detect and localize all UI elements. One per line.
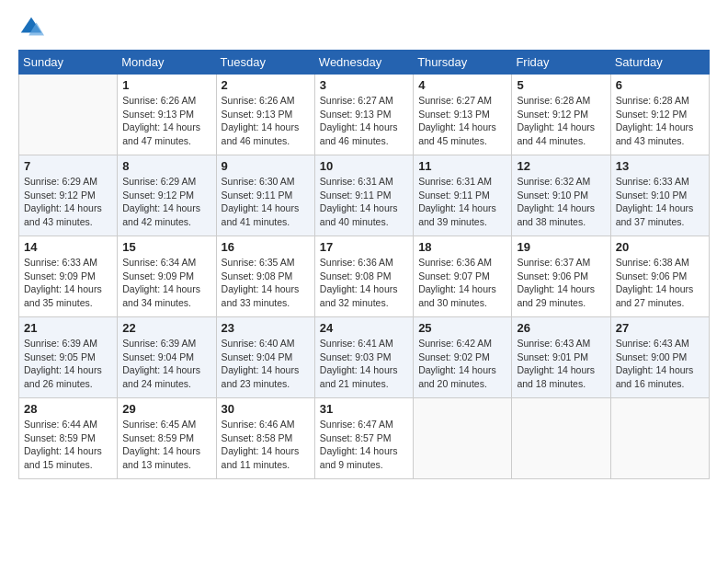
calendar-cell: 11Sunrise: 6:31 AMSunset: 9:11 PMDayligh… [414,155,512,236]
day-number: 22 [122,321,210,335]
day-info: Sunrise: 6:27 AMSunset: 9:13 PMDaylight:… [418,94,506,148]
day-number: 14 [24,240,112,254]
col-header-friday: Friday [512,51,610,75]
day-info: Sunrise: 6:29 AMSunset: 9:12 PMDaylight:… [24,175,112,229]
calendar-cell: 1Sunrise: 6:26 AMSunset: 9:13 PMDaylight… [118,75,216,155]
day-number: 11 [418,159,506,173]
calendar-table: SundayMondayTuesdayWednesdayThursdayFrid… [18,50,710,479]
day-info: Sunrise: 6:33 AMSunset: 9:10 PMDaylight:… [616,175,704,229]
day-number: 3 [320,78,408,92]
calendar-cell: 13Sunrise: 6:33 AMSunset: 9:10 PMDayligh… [610,155,709,236]
day-info: Sunrise: 6:43 AMSunset: 9:00 PMDaylight:… [616,337,704,391]
logo-icon [18,15,44,40]
calendar-cell: 7Sunrise: 6:29 AMSunset: 9:12 PMDaylight… [19,155,118,236]
day-info: Sunrise: 6:30 AMSunset: 9:11 PMDaylight:… [222,175,310,229]
day-info: Sunrise: 6:39 AMSunset: 9:05 PMDaylight:… [24,337,112,391]
calendar-cell: 24Sunrise: 6:41 AMSunset: 9:03 PMDayligh… [314,317,413,398]
day-number: 7 [24,159,112,173]
day-info: Sunrise: 6:47 AMSunset: 8:57 PMDaylight:… [320,418,408,472]
calendar-cell: 4Sunrise: 6:27 AMSunset: 9:13 PMDaylight… [414,75,512,155]
page-header [18,15,710,40]
calendar-cell [19,75,118,155]
day-info: Sunrise: 6:40 AMSunset: 9:04 PMDaylight:… [222,337,310,391]
day-number: 31 [320,402,408,416]
calendar-cell: 27Sunrise: 6:43 AMSunset: 9:00 PMDayligh… [610,317,709,398]
day-number: 17 [320,240,408,254]
calendar-cell: 2Sunrise: 6:26 AMSunset: 9:13 PMDaylight… [216,75,314,155]
day-info: Sunrise: 6:32 AMSunset: 9:10 PMDaylight:… [517,175,605,229]
day-info: Sunrise: 6:44 AMSunset: 8:59 PMDaylight:… [24,418,112,472]
calendar-cell: 15Sunrise: 6:34 AMSunset: 9:09 PMDayligh… [118,236,216,317]
day-info: Sunrise: 6:36 AMSunset: 9:07 PMDaylight:… [418,256,506,310]
day-info: Sunrise: 6:29 AMSunset: 9:12 PMDaylight:… [122,175,210,229]
calendar-cell [414,398,512,479]
day-info: Sunrise: 6:41 AMSunset: 9:03 PMDaylight:… [320,337,408,391]
day-number: 4 [418,78,506,92]
calendar-cell: 21Sunrise: 6:39 AMSunset: 9:05 PMDayligh… [19,317,118,398]
day-number: 5 [517,78,605,92]
day-info: Sunrise: 6:45 AMSunset: 8:59 PMDaylight:… [122,418,210,472]
calendar-cell: 30Sunrise: 6:46 AMSunset: 8:58 PMDayligh… [216,398,314,479]
day-info: Sunrise: 6:27 AMSunset: 9:13 PMDaylight:… [320,94,408,148]
day-number: 2 [222,78,310,92]
day-info: Sunrise: 6:31 AMSunset: 9:11 PMDaylight:… [418,175,506,229]
calendar-cell: 25Sunrise: 6:42 AMSunset: 9:02 PMDayligh… [414,317,512,398]
day-info: Sunrise: 6:34 AMSunset: 9:09 PMDaylight:… [122,256,210,310]
calendar-cell: 22Sunrise: 6:39 AMSunset: 9:04 PMDayligh… [118,317,216,398]
calendar-cell [610,398,709,479]
day-number: 1 [122,78,210,92]
day-number: 25 [418,321,506,335]
day-info: Sunrise: 6:35 AMSunset: 9:08 PMDaylight:… [222,256,310,310]
calendar-cell: 26Sunrise: 6:43 AMSunset: 9:01 PMDayligh… [512,317,610,398]
day-number: 15 [122,240,210,254]
day-number: 18 [418,240,506,254]
calendar-cell: 9Sunrise: 6:30 AMSunset: 9:11 PMDaylight… [216,155,314,236]
calendar-cell: 18Sunrise: 6:36 AMSunset: 9:07 PMDayligh… [414,236,512,317]
day-info: Sunrise: 6:33 AMSunset: 9:09 PMDaylight:… [24,256,112,310]
day-info: Sunrise: 6:46 AMSunset: 8:58 PMDaylight:… [222,418,310,472]
day-info: Sunrise: 6:26 AMSunset: 9:13 PMDaylight:… [222,94,310,148]
page-container: SundayMondayTuesdayWednesdayThursdayFrid… [0,0,728,488]
day-number: 20 [616,240,704,254]
calendar-cell: 29Sunrise: 6:45 AMSunset: 8:59 PMDayligh… [118,398,216,479]
calendar-cell: 31Sunrise: 6:47 AMSunset: 8:57 PMDayligh… [314,398,413,479]
calendar-cell: 6Sunrise: 6:28 AMSunset: 9:12 PMDaylight… [610,75,709,155]
calendar-cell: 28Sunrise: 6:44 AMSunset: 8:59 PMDayligh… [19,398,118,479]
day-number: 27 [616,321,704,335]
calendar-cell: 19Sunrise: 6:37 AMSunset: 9:06 PMDayligh… [512,236,610,317]
calendar-cell: 17Sunrise: 6:36 AMSunset: 9:08 PMDayligh… [314,236,413,317]
day-info: Sunrise: 6:31 AMSunset: 9:11 PMDaylight:… [320,175,408,229]
col-header-saturday: Saturday [610,51,709,75]
calendar-cell: 16Sunrise: 6:35 AMSunset: 9:08 PMDayligh… [216,236,314,317]
day-info: Sunrise: 6:28 AMSunset: 9:12 PMDaylight:… [517,94,605,148]
day-info: Sunrise: 6:36 AMSunset: 9:08 PMDaylight:… [320,256,408,310]
calendar-cell: 8Sunrise: 6:29 AMSunset: 9:12 PMDaylight… [118,155,216,236]
day-info: Sunrise: 6:28 AMSunset: 9:12 PMDaylight:… [616,94,704,148]
day-number: 10 [320,159,408,173]
col-header-sunday: Sunday [19,51,118,75]
calendar-cell [512,398,610,479]
col-header-wednesday: Wednesday [314,51,413,75]
day-number: 21 [24,321,112,335]
col-header-monday: Monday [118,51,216,75]
day-info: Sunrise: 6:43 AMSunset: 9:01 PMDaylight:… [517,337,605,391]
day-number: 12 [517,159,605,173]
day-number: 29 [122,402,210,416]
calendar-cell: 10Sunrise: 6:31 AMSunset: 9:11 PMDayligh… [314,155,413,236]
day-number: 19 [517,240,605,254]
day-number: 8 [122,159,210,173]
day-number: 26 [517,321,605,335]
col-header-tuesday: Tuesday [216,51,314,75]
logo [18,15,48,40]
calendar-cell: 12Sunrise: 6:32 AMSunset: 9:10 PMDayligh… [512,155,610,236]
day-number: 24 [320,321,408,335]
day-number: 30 [222,402,310,416]
day-number: 6 [616,78,704,92]
calendar-cell: 20Sunrise: 6:38 AMSunset: 9:06 PMDayligh… [610,236,709,317]
day-number: 13 [616,159,704,173]
day-number: 28 [24,402,112,416]
calendar-cell: 23Sunrise: 6:40 AMSunset: 9:04 PMDayligh… [216,317,314,398]
day-info: Sunrise: 6:42 AMSunset: 9:02 PMDaylight:… [418,337,506,391]
day-info: Sunrise: 6:26 AMSunset: 9:13 PMDaylight:… [122,94,210,148]
day-number: 9 [222,159,310,173]
